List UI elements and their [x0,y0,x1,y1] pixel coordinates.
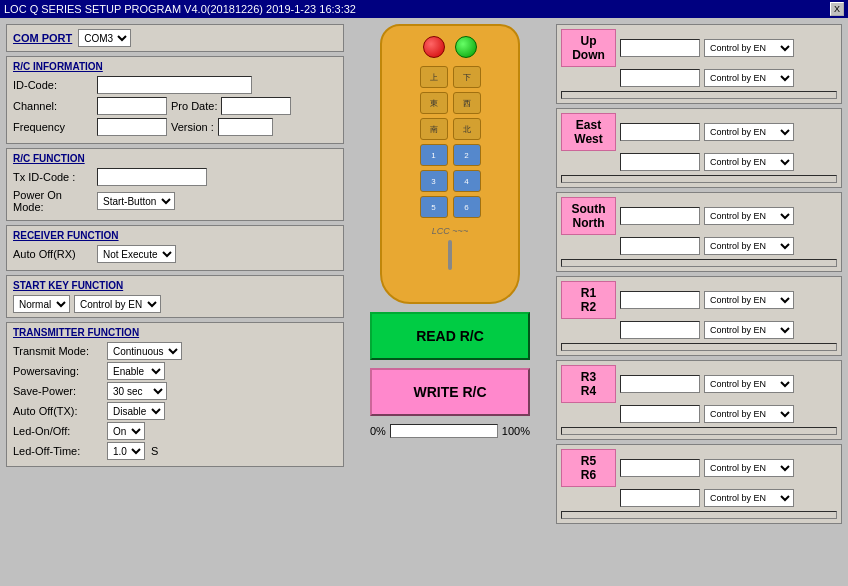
title-bar: LOC Q SERIES SETUP PROGRAM V4.0(20181226… [0,0,848,18]
r1-r2-input-2[interactable] [620,321,700,339]
channel-input[interactable] [97,97,167,115]
r5-r6-input-1[interactable] [620,459,700,477]
r1-r2-speed-bar [561,343,837,351]
remote-btn-west[interactable]: 西 [453,92,481,114]
axis-south-north: SouthNorth Control by ENControl by FR Co… [556,192,842,272]
com-port-select[interactable]: COM3COM1COM2COM4 [78,29,131,47]
tx-id-input[interactable] [97,168,207,186]
start-key-control-select[interactable]: Control by ENControl by FR [74,295,161,313]
middle-panel: 上 下 東 西 南 北 1 2 3 4 5 6 LCC ~ [350,18,550,586]
left-panel: COM PORT COM3COM1COM2COM4 R/C INFORMATIO… [0,18,350,586]
start-key-section: START KEY FUNCTION NormalSafety Control … [6,275,344,318]
com-port-label: COM PORT [13,32,72,44]
r1-r2-label: R1R2 [561,281,616,319]
auto-off-tx-select[interactable]: DisableEnable [107,402,165,420]
progress-bar-container: 0% 100% [370,424,530,438]
led-on-off-select[interactable]: OnOff [107,422,145,440]
power-on-label: Power On Mode: [13,189,93,213]
powersaving-select[interactable]: EnableDisable [107,362,165,380]
south-north-control-2[interactable]: Control by ENControl by FR [704,237,794,255]
east-west-label: EastWest [561,113,616,151]
powersaving-label: Powersaving: [13,365,103,377]
red-button[interactable] [423,36,445,58]
start-key-mode-select[interactable]: NormalSafety [13,295,70,313]
auto-off-rx-label: Auto Off(RX) [13,248,93,260]
remote-top-buttons [423,36,477,58]
rc-function-title: R/C FUNCTION [13,153,337,164]
green-button[interactable] [455,36,477,58]
frequency-input[interactable] [97,118,167,136]
transmitter-function-title: TRANSMITTER FUNCTION [13,327,337,338]
progress-start: 0% [370,425,386,437]
remote-btn-down[interactable]: 下 [453,66,481,88]
axis-up-down: UpDown Control by ENControl by FR Contro… [556,24,842,104]
remote-btn-4[interactable]: 4 [453,170,481,192]
up-down-control-1[interactable]: Control by ENControl by FR [704,39,794,57]
east-west-input-1[interactable] [620,123,700,141]
right-panel: UpDown Control by ENControl by FR Contro… [550,18,848,586]
remote-btn-east[interactable]: 東 [420,92,448,114]
receiver-function-section: RECEIVER FUNCTION Auto Off(RX) Not Execu… [6,225,344,271]
power-on-select[interactable]: Start-ButtonAuto-On [97,192,175,210]
remote-control: 上 下 東 西 南 北 1 2 3 4 5 6 LCC ~ [380,24,520,304]
read-rc-button[interactable]: READ R/C [370,312,530,360]
r3-r4-input-2[interactable] [620,405,700,423]
r1-r2-input-1[interactable] [620,291,700,309]
led-off-time-unit: S [151,445,158,457]
close-button[interactable]: X [830,2,844,16]
remote-btn-6[interactable]: 6 [453,196,481,218]
r3-r4-label: R3R4 [561,365,616,403]
remote-row-5: 3 4 [420,170,481,192]
save-power-label: Save-Power: [13,385,103,397]
r5-r6-input-2[interactable] [620,489,700,507]
east-west-input-2[interactable] [620,153,700,171]
remote-row-3: 南 北 [420,118,481,140]
led-off-time-label: Led-Off-Time: [13,445,103,457]
remote-btn-3[interactable]: 3 [420,170,448,192]
up-down-control-2[interactable]: Control by ENControl by FR [704,69,794,87]
axis-r1-r2: R1R2 Control by ENControl by FR Control … [556,276,842,356]
auto-off-rx-select[interactable]: Not ExecuteExecute [97,245,176,263]
east-west-control-2[interactable]: Control by ENControl by FR [704,153,794,171]
pro-date-input[interactable] [221,97,291,115]
up-down-input-2[interactable] [620,69,700,87]
remote-row-6: 5 6 [420,196,481,218]
transmit-mode-select[interactable]: ContinuousPulse [107,342,182,360]
axis-r3-r4: R3R4 Control by ENControl by FR Control … [556,360,842,440]
east-west-control-1[interactable]: Control by ENControl by FR [704,123,794,141]
led-off-time-select[interactable]: 1.02.03.0 [107,442,145,460]
progress-end: 100% [502,425,530,437]
led-on-off-label: Led-On/Off: [13,425,103,437]
r3-r4-control-2[interactable]: Control by ENControl by FR [704,405,794,423]
remote-btn-2[interactable]: 2 [453,144,481,166]
remote-btn-5[interactable]: 5 [420,196,448,218]
r5-r6-label: R5R6 [561,449,616,487]
up-down-input-1[interactable] [620,39,700,57]
r1-r2-control-2[interactable]: Control by ENControl by FR [704,321,794,339]
remote-row-2: 東 西 [420,92,481,114]
r5-r6-control-1[interactable]: Control by ENControl by FR [704,459,794,477]
progress-bar-outer [390,424,498,438]
version-input[interactable] [218,118,273,136]
id-code-label: ID-Code: [13,79,93,91]
remote-btn-north[interactable]: 北 [453,118,481,140]
south-north-label: SouthNorth [561,197,616,235]
south-north-input-2[interactable] [620,237,700,255]
write-rc-button[interactable]: WRITE R/C [370,368,530,416]
channel-label: Channel: [13,100,93,112]
remote-btn-up[interactable]: 上 [420,66,448,88]
id-code-input[interactable] [97,76,252,94]
rc-info-section: R/C INFORMATION ID-Code: Channel: Pro Da… [6,56,344,144]
r5-r6-speed-bar [561,511,837,519]
remote-row-4: 1 2 [420,144,481,166]
remote-btn-1[interactable]: 1 [420,144,448,166]
r5-r6-control-2[interactable]: Control by ENControl by FR [704,489,794,507]
r3-r4-input-1[interactable] [620,375,700,393]
transmit-mode-label: Transmit Mode: [13,345,103,357]
remote-btn-south[interactable]: 南 [420,118,448,140]
r3-r4-control-1[interactable]: Control by ENControl by FR [704,375,794,393]
south-north-input-1[interactable] [620,207,700,225]
r1-r2-control-1[interactable]: Control by ENControl by FR [704,291,794,309]
south-north-control-1[interactable]: Control by ENControl by FR [704,207,794,225]
save-power-select[interactable]: 30 sec60 sec120 sec [107,382,167,400]
